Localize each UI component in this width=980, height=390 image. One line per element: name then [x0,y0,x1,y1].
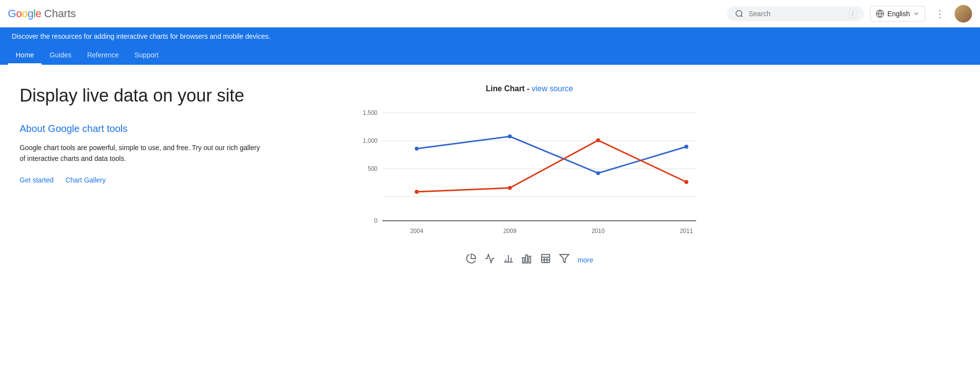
svg-text:2010: 2010 [592,228,605,234]
bar-chart-icon[interactable] [503,253,514,266]
nav-item-support[interactable]: Support [126,45,166,65]
svg-point-22 [508,186,512,190]
svg-text:1,500: 1,500 [363,109,377,116]
table-icon[interactable] [540,253,551,266]
more-options-button[interactable]: ⋮ [931,5,949,23]
search-bar[interactable]: / [727,6,864,21]
svg-rect-32 [542,255,550,263]
svg-text:0: 0 [374,217,377,224]
nav-item-home[interactable]: Home [8,45,42,65]
avatar-image [955,5,972,23]
svg-point-19 [596,171,600,175]
svg-point-24 [684,180,688,184]
svg-point-21 [415,190,419,194]
google-logo: Google [8,7,41,20]
chart-icons-row: more [294,253,765,266]
svg-rect-29 [523,258,525,263]
svg-point-0 [736,10,742,16]
filter-icon[interactable] [559,253,570,266]
left-panel: Display live data on your site About Goo… [20,84,265,266]
announcement-banner: Discover the resources for adding intera… [0,27,980,45]
search-icon [735,9,744,18]
globe-icon [876,9,884,18]
svg-point-20 [684,145,688,149]
nav-item-guides[interactable]: Guides [42,45,79,65]
column-chart-icon[interactable] [522,253,532,266]
view-source-link[interactable]: view source [531,84,573,93]
chart-gallery-link[interactable]: Chart Gallery [65,176,105,184]
get-started-link[interactable]: Get started [20,176,53,184]
chart-title-text: Line Chart - [486,84,531,93]
language-selector[interactable]: English [870,6,925,22]
more-options-icon: ⋮ [935,8,945,20]
logo-area: Google Charts [8,7,76,20]
chevron-down-icon [913,10,920,17]
svg-text:2009: 2009 [503,228,517,234]
line-chart-svg: 1,500 1,000 500 0 2004 2009 2010 2011 [353,103,706,245]
chart-title: Line Chart - view source [294,84,765,93]
svg-point-23 [596,138,600,142]
svg-marker-37 [560,255,569,263]
right-panel: Line Chart - view source 1,500 1,000 500… [294,84,765,266]
pie-chart-icon[interactable] [466,253,477,266]
language-label: English [887,10,910,18]
svg-point-18 [508,134,512,138]
svg-rect-31 [529,256,531,263]
svg-rect-30 [526,255,528,263]
search-input[interactable] [749,10,844,18]
svg-point-17 [415,147,419,151]
nav-item-reference[interactable]: Reference [79,45,127,65]
header-right: / English ⋮ [727,5,972,23]
search-shortcut: / [849,9,856,18]
svg-line-1 [741,15,743,17]
banner-text: Discover the resources for adding intera… [12,32,271,40]
svg-text:2004: 2004 [410,228,424,234]
page-title: Display live data on your site [20,84,265,107]
svg-text:1,000: 1,000 [363,137,377,144]
more-charts-link[interactable]: more [578,256,593,264]
main-content: Display live data on your site About Goo… [0,65,784,286]
section-title[interactable]: About Google chart tools [20,123,265,134]
line-chart-icon[interactable] [484,253,495,266]
section-description: Google chart tools are powerful, simple … [20,142,265,164]
charts-logo-text: Charts [44,7,76,20]
links-row: Get started Chart Gallery [20,176,265,184]
svg-text:500: 500 [368,165,377,172]
svg-text:2011: 2011 [680,228,693,234]
user-avatar[interactable] [955,5,972,23]
navigation-bar: Home Guides Reference Support [0,45,980,65]
header: Google Charts / English ⋮ [0,0,980,27]
